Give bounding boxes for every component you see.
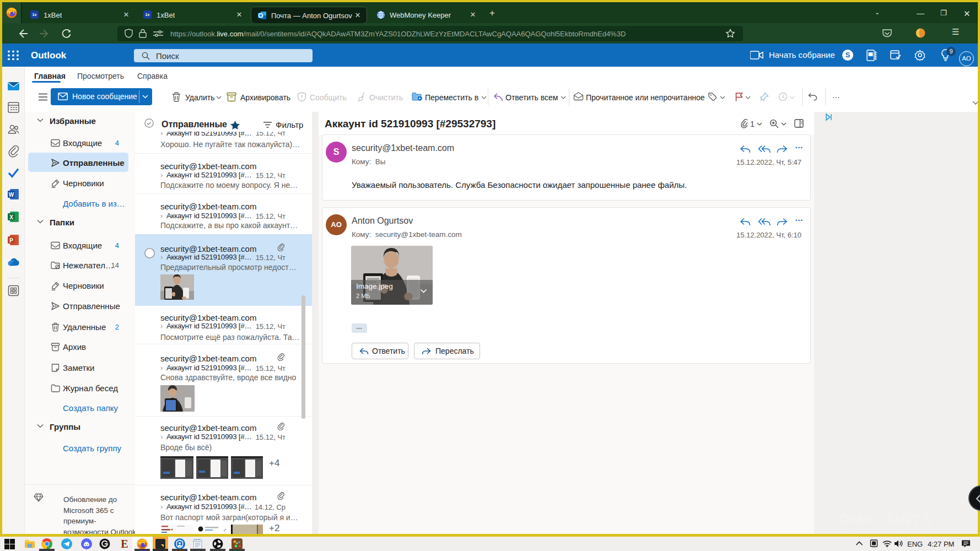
- svg-text:X: X: [9, 214, 13, 220]
- svg-text:W: W: [9, 192, 14, 198]
- svg-text:P: P: [9, 237, 13, 244]
